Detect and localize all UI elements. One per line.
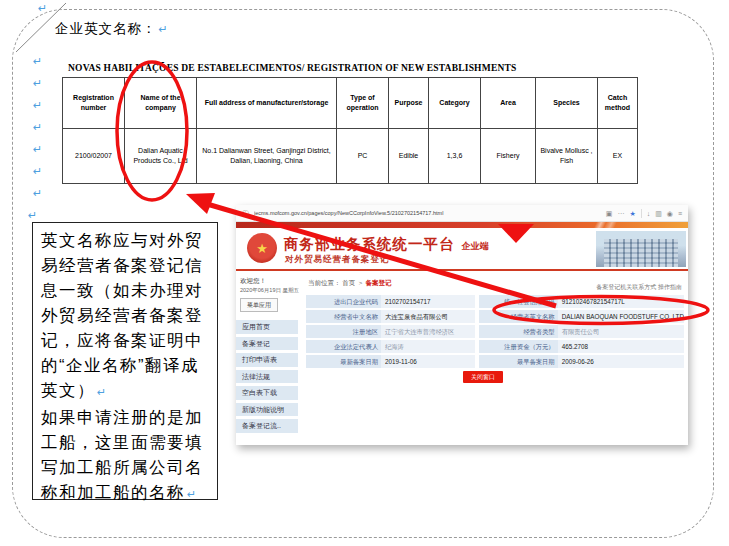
registration-info-form: 进出口企业代码 2102702154717 经营者中文名称 大连宝泉食品有限公司… xyxy=(306,295,684,368)
field-value: 91210246782154717L xyxy=(558,295,684,308)
field-label: 进出口企业代码 xyxy=(306,295,381,308)
field-value-english-name: DALIAN BAOQUAN FOODSTUFF CO.,LTD xyxy=(558,310,684,323)
field-label: 经营者英文名称 xyxy=(479,310,558,323)
top-right-links[interactable]: 备案登记机关联系方式 操作指南 xyxy=(596,283,682,292)
cell-company-name: Dalian Aquatic Products Co., Ltd xyxy=(125,129,197,184)
paragraph-mark-icon: ↵ xyxy=(33,100,42,111)
form-row-legal-representative: 企业法定代表人 纪海涛 xyxy=(306,340,475,353)
form-row-chinese-name: 经营者中文名称 大连宝泉食品有限公司 xyxy=(306,310,475,323)
field-value: 2019-11-06 xyxy=(381,355,475,368)
account-icon[interactable]: ◉ xyxy=(667,210,673,217)
paragraph-mark-icon: ↵ xyxy=(28,210,37,221)
table-title: NOVAS HABILITAÇÕES DE ESTABELECIMENTOS/ … xyxy=(68,63,638,73)
browser-window: ⓘ iecms.mofcom.gov.cn/pages/copy/NewCCor… xyxy=(236,205,688,445)
site-subtitle: 对外贸易经营者备案登记 xyxy=(285,254,390,266)
sidebar-item-print-form[interactable]: 打印申请表 xyxy=(236,353,298,367)
page-title: 企业英文名称：↵ xyxy=(55,20,169,38)
note-paragraph: 如果申请注册的是加工船，这里面需要填写加工船所属公司名称和加工船的名称↵ xyxy=(41,405,209,507)
paragraph-mark-icon: ↵ xyxy=(187,488,198,500)
paragraph-mark-icon: ↵ xyxy=(33,188,42,199)
col-category: Category xyxy=(429,78,481,129)
field-value: 大连宝泉食品有限公司 xyxy=(381,310,475,323)
site-title: 商务部业务系统统一平台企业端 xyxy=(284,235,489,254)
site-title-suffix: 企业端 xyxy=(462,241,489,251)
sidebar-item-registration-process[interactable]: 备案登记流.. xyxy=(236,419,298,433)
form-row-english-name: 经营者英文名称 DALIAN BAOQUAN FOODSTUFF CO.,LTD xyxy=(479,310,684,323)
cell-type-of-operation: PC xyxy=(337,129,389,184)
site-title-text: 商务部业务系统统一平台 xyxy=(284,236,455,252)
paragraph-mark-icon: ↵ xyxy=(159,23,169,35)
page-title-text: 企业英文名称： xyxy=(55,21,157,36)
note-paragraph: 英文名称应与对外贸易经营者备案登记信息一致（如未办理对外贸易经营者备案登记，应将… xyxy=(41,228,209,405)
cell-registration-number: 2100/02007 xyxy=(63,129,125,184)
menu-app-button[interactable]: 菜单应用 xyxy=(240,298,278,312)
field-label: 经营者类型 xyxy=(479,325,558,338)
paragraph-mark-icon: ↵ xyxy=(33,78,42,89)
cell-category: 1,3,6 xyxy=(429,129,481,184)
breadcrumb: 当前位置： 首页 ＞ 备案登记 xyxy=(308,279,391,288)
field-value: 2102702154717 xyxy=(381,295,475,308)
sidebar-item-laws[interactable]: 法律法规 xyxy=(236,370,298,384)
form-row-operator-type: 经营者类型 有限责任公司 xyxy=(479,325,684,338)
cell-purpose: Edible xyxy=(389,129,429,184)
table-row: 2100/02007 Dalian Aquatic Products Co., … xyxy=(63,129,638,184)
field-value: 纪海涛 xyxy=(381,340,475,353)
library-icon[interactable]: ▥ xyxy=(655,210,662,217)
field-value: 2009-06-26 xyxy=(558,355,684,368)
sidebar-item-app-home[interactable]: 应用首页 xyxy=(236,320,298,334)
breadcrumb-current: 备案登记 xyxy=(365,279,391,286)
paragraph-mark-icon: ↵ xyxy=(38,3,47,14)
cell-area: Fishery xyxy=(481,129,536,184)
col-registration-number: Registration number xyxy=(63,78,125,129)
paragraph-mark-icon: ↵ xyxy=(33,144,42,155)
paragraph-mark-icon: ↵ xyxy=(33,166,42,177)
cell-species: Bivalve Mollusc , Fish xyxy=(536,129,598,184)
field-label: 企业法定代表人 xyxy=(306,340,381,353)
sidebar-item-registration[interactable]: 备案登记 xyxy=(236,337,298,351)
browser-toolbar: ⓘ iecms.mofcom.gov.cn/pages/copy/NewCCor… xyxy=(236,205,688,222)
site-main: 当前位置： 首页 ＞ 备案登记 备案登记机关联系方式 操作指南 进出口企业代码 … xyxy=(306,271,684,445)
form-row-credit-code: 统一社会信用代码 91210246782154717L xyxy=(479,295,684,308)
address-bar[interactable]: iecms.mofcom.gov.cn/pages/copy/NewCCorpI… xyxy=(254,210,601,216)
field-label: 注册地区 xyxy=(306,325,381,338)
col-species: Species xyxy=(536,78,598,129)
field-label: 最新备案日期 xyxy=(306,355,381,368)
welcome-text: 欢迎您！ xyxy=(240,277,266,286)
close-window-button[interactable]: 关闭窗口 xyxy=(463,371,503,383)
col-type-of-operation: Type of operation xyxy=(337,78,389,129)
document-page: ↵ 企业英文名称：↵ ↵ ↵ ↵ ↵ ↵ ↵ ↵ ↵ NOVAS HABILIT… xyxy=(0,0,729,546)
field-value: 有限责任公司 xyxy=(558,325,684,338)
col-area: Area xyxy=(481,78,536,129)
site-body: 欢迎您！ 2020年06月19日 星期五 菜单应用 应用首页 备案登记 打印申请… xyxy=(236,271,688,445)
breadcrumb-prefix: 当前位置： xyxy=(308,279,341,286)
bookmark-star-icon[interactable]: ★ xyxy=(629,210,635,217)
table-header-row: Registration number Name of the company … xyxy=(63,78,638,129)
registration-table-section: NOVAS HABILITAÇÕES DE ESTABELECIMENTOS/ … xyxy=(62,63,638,184)
form-row-latest-filing-date: 最新备案日期 2019-11-06 xyxy=(306,355,475,368)
breadcrumb-home[interactable]: 首页 xyxy=(342,279,355,286)
reader-mode-icon[interactable]: ▣ xyxy=(606,210,613,217)
field-label: 经营者中文名称 xyxy=(306,310,381,323)
col-full-address: Full address of manufacturer/storage xyxy=(197,78,337,129)
note-paragraph-text: 英文名称应与对外贸易经营者备案登记信息一致（如未办理对外贸易经营者备案登记，应将… xyxy=(41,231,203,399)
page-actions-icon[interactable]: ⋯ xyxy=(617,210,624,217)
registration-table: Registration number Name of the company … xyxy=(62,77,638,184)
menu-icon[interactable]: ≡ xyxy=(678,210,682,217)
col-catch-method: Catch method xyxy=(598,78,638,129)
downloads-icon[interactable]: ↓ xyxy=(647,210,651,217)
col-company-name: Name of the company xyxy=(125,78,197,129)
cell-catch-method: EX xyxy=(598,129,638,184)
site-sidebar: 应用首页 备案登记 打印申请表 法律法规 空白表下载 新版功能说明 备案登记流.… xyxy=(236,320,302,436)
sidebar-item-new-features[interactable]: 新版功能说明 xyxy=(236,403,298,417)
site-info-icon[interactable]: ⓘ xyxy=(242,210,249,217)
sidebar-item-blank-form-download[interactable]: 空白表下载 xyxy=(236,386,298,400)
date-text: 2020年06月19日 星期五 xyxy=(240,287,299,294)
toolbar-divider xyxy=(641,209,642,218)
form-row-import-export-code: 进出口企业代码 2102702154717 xyxy=(306,295,475,308)
form-column-right: 统一社会信用代码 91210246782154717L 经营者英文名称 DALI… xyxy=(479,295,684,368)
col-purpose: Purpose xyxy=(389,78,429,129)
building-photo xyxy=(596,231,686,267)
paragraph-mark-icon: ↵ xyxy=(33,122,42,133)
field-label: 注册资金（万元） xyxy=(479,340,558,353)
national-emblem-logo: ★ xyxy=(247,233,277,263)
